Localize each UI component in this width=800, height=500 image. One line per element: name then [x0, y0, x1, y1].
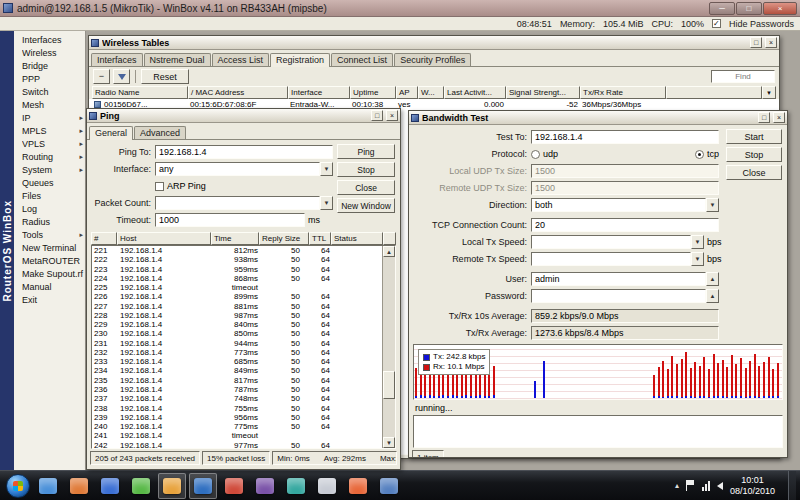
sidebar-item-new-terminal[interactable]: New Terminal: [14, 241, 85, 254]
ping-result-row[interactable]: 226192.168.1.4899ms5064: [92, 292, 382, 301]
dropdown-icon[interactable]: ▼: [320, 162, 333, 176]
close-icon[interactable]: ×: [386, 110, 398, 121]
scroll-up-icon[interactable]: ▲: [383, 246, 395, 257]
column-number[interactable]: #: [91, 232, 117, 245]
clock[interactable]: 10:01 08/10/2010: [730, 475, 775, 497]
restore-icon[interactable]: □: [371, 110, 383, 121]
taskbar-icon-10[interactable]: [313, 473, 341, 499]
wireless-titlebar[interactable]: Wireless Tables □ ×: [89, 36, 779, 50]
vertical-scrollbar[interactable]: ▲ ▼: [382, 246, 395, 448]
restore-icon[interactable]: □: [750, 37, 762, 48]
taskbar-icon-7[interactable]: [220, 473, 248, 499]
ping-result-row[interactable]: 222192.168.1.4938ms5064: [92, 255, 382, 264]
ping-result-row[interactable]: 242192.168.1.4977ms5064: [92, 441, 382, 449]
ping-result-row[interactable]: 233192.168.1.4685ms5064: [92, 357, 382, 366]
column-reply-size[interactable]: Reply Size: [259, 232, 309, 245]
sidebar-item-routing[interactable]: Routing▸: [14, 150, 85, 163]
ping-result-row[interactable]: 234192.168.1.4849ms5064: [92, 366, 382, 375]
user-input[interactable]: admin: [531, 272, 706, 286]
dropdown-icon[interactable]: ▼: [691, 252, 704, 266]
tab-security-profiles[interactable]: Security Profiles: [394, 53, 471, 66]
sidebar-item-mpls[interactable]: MPLS▸: [14, 124, 85, 137]
filter-button[interactable]: [113, 69, 130, 84]
dropdown-icon[interactable]: ▼: [320, 196, 333, 210]
ping-result-row[interactable]: 235192.168.1.4817ms5064: [92, 376, 382, 385]
column-select-icon[interactable]: ▼: [762, 86, 776, 99]
column-status[interactable]: Status: [331, 232, 383, 245]
tcp-count-input[interactable]: 20: [531, 218, 719, 232]
tab-access-list[interactable]: Access List: [212, 53, 270, 66]
sidebar-item-log[interactable]: Log: [14, 202, 85, 215]
dropdown-icon[interactable]: ▼: [706, 198, 719, 212]
hidden-icons-arrow-icon[interactable]: ▴: [675, 481, 679, 490]
ping-titlebar[interactable]: Ping □ ×: [87, 109, 400, 123]
ping-result-row[interactable]: 240192.168.1.4775ms5064: [92, 422, 382, 431]
sidebar-item-wireless[interactable]: Wireless: [14, 46, 85, 59]
interface-select[interactable]: any: [155, 162, 320, 176]
taskbar-icon-8[interactable]: [251, 473, 279, 499]
ping-result-row[interactable]: 236192.168.1.4787ms5064: [92, 385, 382, 394]
sidebar-item-interfaces[interactable]: Interfaces: [14, 33, 85, 46]
column-signal-strength[interactable]: Signal Strengt...: [506, 86, 580, 99]
remote-tx-input[interactable]: [531, 252, 691, 266]
maximize-button[interactable]: □: [736, 2, 762, 15]
column-w[interactable]: W...: [418, 86, 444, 99]
find-input[interactable]: Find: [711, 70, 775, 83]
sidebar-item-make-supout-rf[interactable]: Make Supout.rf: [14, 267, 85, 280]
timeout-input[interactable]: 1000: [155, 213, 305, 227]
ping-ping-button[interactable]: Ping: [337, 144, 395, 159]
clear-icon[interactable]: ▲: [706, 272, 719, 286]
taskbar-icon-5[interactable]: [158, 473, 186, 499]
protocol-udp-radio[interactable]: udp: [531, 149, 558, 159]
column-radio-name[interactable]: Radio Name: [92, 86, 188, 99]
sidebar-item-bridge[interactable]: Bridge: [14, 59, 85, 72]
ping-result-row[interactable]: 238192.168.1.4755ms5064: [92, 404, 382, 413]
remove-button[interactable]: −: [93, 69, 110, 84]
ping-result-row[interactable]: 230192.168.1.4850ms5064: [92, 329, 382, 338]
bandwidth-titlebar[interactable]: Bandwidth Test □ ×: [409, 111, 787, 125]
ping-to-input[interactable]: 192.168.1.4: [155, 145, 333, 159]
scroll-thumb[interactable]: [383, 371, 395, 399]
tab-advanced[interactable]: Advanced: [134, 126, 186, 139]
sidebar-item-system[interactable]: System▸: [14, 163, 85, 176]
tab-registration[interactable]: Registration: [270, 53, 330, 67]
ping-result-row[interactable]: 225192.168.1.4timeout: [92, 283, 382, 292]
ping-result-row[interactable]: 221192.168.1.4812ms5064: [92, 246, 382, 255]
direction-select[interactable]: both: [531, 198, 706, 212]
session-list-area[interactable]: [413, 415, 783, 448]
scroll-down-icon[interactable]: ▼: [383, 437, 395, 448]
ping-result-row[interactable]: 224192.168.1.4868ms5064: [92, 274, 382, 283]
local-udp-input[interactable]: 1500: [531, 164, 719, 178]
column-last-activity[interactable]: Last Activit...: [444, 86, 506, 99]
column-interface[interactable]: Interface: [288, 86, 350, 99]
tab-nstreme-dual[interactable]: Nstreme Dual: [144, 53, 211, 66]
taskbar-icon-6[interactable]: [189, 473, 217, 499]
remote-udp-input[interactable]: 1500: [531, 181, 719, 195]
action-center-flag-icon[interactable]: [686, 480, 695, 491]
sidebar-item-ppp[interactable]: PPP: [14, 72, 85, 85]
hide-passwords-checkbox[interactable]: ✓: [712, 19, 721, 28]
ping-result-row[interactable]: 241192.168.1.4timeout: [92, 431, 382, 440]
taskbar-icon-11[interactable]: [344, 473, 372, 499]
network-icon[interactable]: [702, 481, 710, 491]
ping-result-row[interactable]: 229192.168.1.4840ms5064: [92, 320, 382, 329]
taskbar-icon-12[interactable]: [375, 473, 403, 499]
column-txrx-rate[interactable]: Tx/Rx Rate: [580, 86, 666, 99]
bandwidth-start-button[interactable]: Start: [726, 129, 782, 144]
ping-result-row[interactable]: 227192.168.1.4881ms5064: [92, 302, 382, 311]
tab-interfaces[interactable]: Interfaces: [91, 53, 143, 66]
ping-result-row[interactable]: 239192.168.1.4956ms5064: [92, 413, 382, 422]
column-mac-address[interactable]: / MAC Address: [188, 86, 288, 99]
column-ttl[interactable]: TTL: [309, 232, 331, 245]
local-tx-input[interactable]: [531, 235, 691, 249]
ping-close-button[interactable]: Close: [337, 180, 395, 195]
ping-stop-button[interactable]: Stop: [337, 162, 395, 177]
column-uptime[interactable]: Uptime: [350, 86, 396, 99]
packet-count-input[interactable]: [155, 196, 320, 210]
show-desktop-button[interactable]: [788, 471, 796, 500]
bandwidth-close-button[interactable]: Close: [726, 165, 782, 180]
close-icon[interactable]: ×: [773, 112, 785, 123]
sidebar-item-vpls[interactable]: VPLS▸: [14, 137, 85, 150]
clear-icon[interactable]: ▲: [706, 289, 719, 303]
ping-result-row[interactable]: 231192.168.1.4944ms5064: [92, 339, 382, 348]
